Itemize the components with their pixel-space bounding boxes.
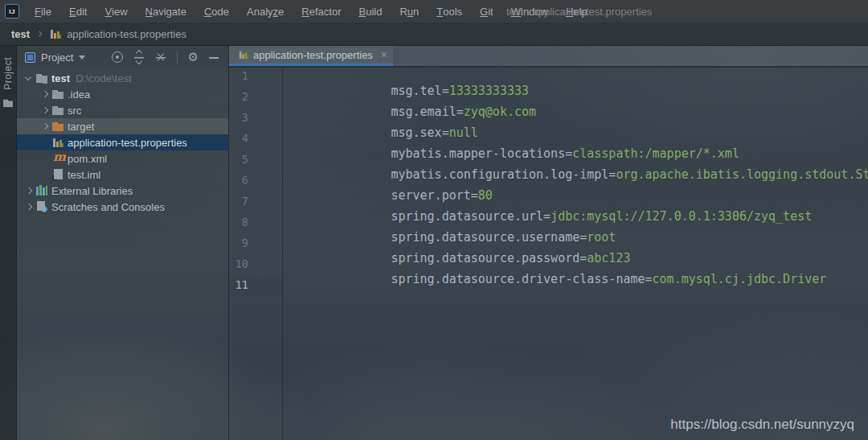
tree-row[interactable]: External Libraries (17, 183, 228, 199)
property-value: com.mysql.cj.jdbc.Driver (653, 272, 827, 286)
window-title: test - application-test.properties (506, 0, 652, 23)
editor-tab-label: application-test.properties (253, 49, 373, 61)
property-value: root (587, 230, 616, 245)
property-value: abc123 (587, 251, 630, 265)
tree-item-icon (51, 168, 64, 181)
tree-chevron-icon[interactable] (39, 104, 51, 117)
tree-item-label: target (68, 121, 94, 133)
tree-item-label: pom.xml (68, 153, 107, 165)
ide-window: IJ File Edit View Navigate Code Analyze … (0, 0, 868, 440)
tree-item-label: test (51, 72, 70, 84)
close-tab-icon[interactable]: × (381, 49, 387, 60)
tree-item-icon (51, 104, 64, 117)
tree-item-label: test.iml (68, 169, 100, 181)
menu-item[interactable]: Tools (428, 0, 471, 23)
tree-item-label: src (68, 105, 81, 117)
property-key: spring.datasource.username= (391, 230, 587, 245)
tree-row[interactable]: target (17, 118, 228, 134)
toolbar-icon[interactable] (209, 52, 219, 63)
tree-item-icon (35, 72, 48, 84)
tree-chevron-icon[interactable] (39, 120, 51, 133)
tree-item-icon (51, 152, 64, 165)
tree-row[interactable]: application-test.properties (17, 134, 228, 150)
menu-item[interactable]: Git (471, 0, 502, 23)
tree-row[interactable]: test.iml (17, 167, 228, 183)
project-panel-toolbar (112, 50, 223, 64)
project-panel-title[interactable]: Project (41, 51, 73, 64)
menu-item[interactable]: Code (195, 0, 238, 23)
intellij-logo-icon: IJ (5, 4, 19, 19)
property-value: jdbc:mysql://127.0.0.1:3306/zyq_test (551, 209, 812, 224)
line-number: 9 (229, 236, 282, 257)
toolbar-icon[interactable] (188, 50, 199, 64)
properties-file-icon (49, 27, 62, 40)
project-tool-window-button[interactable]: Project (2, 57, 14, 90)
toolbar-icon[interactable] (112, 51, 123, 63)
tree-row[interactable]: Scratches and Consoles (17, 199, 228, 215)
property-key: msg.sex= (391, 125, 448, 140)
menu-bar: IJ File Edit View Navigate Code Analyze … (0, 0, 868, 23)
menu-item[interactable]: Navigate (137, 0, 195, 23)
editor-tab[interactable]: application-test.properties × (229, 46, 393, 66)
line-number: 3 (229, 111, 282, 132)
line-number: 4 (229, 132, 282, 153)
line-number: 2 (229, 90, 282, 111)
line-number: 11 (229, 278, 282, 299)
breadcrumb-project[interactable]: test (11, 28, 30, 40)
line-number: 8 (229, 216, 282, 236)
toolbar-icon[interactable] (133, 51, 145, 63)
menu-item[interactable]: Analyze (238, 0, 293, 23)
property-value: zyq@ok.com (464, 105, 536, 119)
line-number: 10 (229, 257, 282, 278)
tree-row[interactable]: src (17, 102, 228, 118)
tree-chevron-icon[interactable] (23, 200, 35, 213)
property-value: null (449, 125, 478, 140)
editor: 1 2 3 4 5 6 7 8 (229, 68, 868, 440)
tree-item-icon (35, 200, 48, 213)
project-tree: test D:\code\test .idea src (17, 68, 228, 215)
watermark-url: https://blog.csdn.net/sunnyzyq (670, 417, 854, 433)
breadcrumb-chevron-icon (35, 29, 45, 39)
tree-item-icon (51, 136, 64, 149)
property-key: mybatis.configuration.log-impl= (391, 167, 616, 182)
property-key: server.port= (391, 188, 477, 203)
code-area[interactable]: msg.tel=13333333333 msg.email=zyq@ok.com… (283, 68, 868, 440)
tree-item-icon (51, 88, 64, 101)
tree-item-icon (35, 184, 48, 197)
toolbar-icon[interactable] (177, 51, 178, 64)
property-key: spring.datasource.password= (391, 251, 587, 265)
property-value: org.apache.ibatis.logging.stdout.StdOutI… (616, 167, 868, 182)
property-value: classpath:/mapper/*.xml (572, 146, 739, 161)
tree-row[interactable]: test D:\code\test (17, 70, 228, 86)
tree-item-label: .idea (68, 88, 90, 101)
menu-item[interactable]: Run (391, 0, 428, 23)
folder-icon (2, 97, 14, 109)
project-panel-header: Project (17, 46, 228, 68)
menu-item[interactable]: File (26, 0, 60, 23)
tree-chevron-icon[interactable] (23, 184, 35, 197)
property-key: spring.datasource.url= (391, 209, 551, 224)
breadcrumb-file[interactable]: application-test.properties (67, 28, 186, 40)
line-number: 6 (229, 174, 282, 195)
chevron-down-icon[interactable] (79, 56, 85, 60)
property-value: 80 (478, 188, 493, 203)
code-line[interactable]: msg.tel=13333333333 (289, 69, 868, 90)
tree-row[interactable]: pom.xml (17, 150, 228, 167)
property-key: msg.tel= (391, 84, 448, 98)
menu-item[interactable]: Build (350, 0, 391, 23)
tree-chevron-icon[interactable] (39, 88, 51, 101)
tree-item-path: D:\code\test (76, 72, 131, 84)
tree-item-label: Scratches and Consoles (51, 201, 165, 213)
toolbar-icon[interactable] (155, 51, 166, 63)
menu-item[interactable]: Edit (60, 0, 96, 23)
menu-item[interactable]: Refactor (293, 0, 350, 23)
tree-row[interactable]: .idea (17, 86, 228, 102)
line-number: 5 (229, 153, 282, 174)
editor-tab-bar: application-test.properties × (229, 46, 868, 68)
property-key: spring.datasource.driver-class-name= (391, 272, 652, 286)
tree-chevron-icon[interactable] (23, 72, 35, 84)
menu-item[interactable]: View (96, 0, 136, 23)
line-number: 7 (229, 195, 282, 216)
breadcrumb: test application-test.properties (0, 23, 868, 46)
editor-column: application-test.properties × 1 2 3 4 (229, 46, 868, 440)
